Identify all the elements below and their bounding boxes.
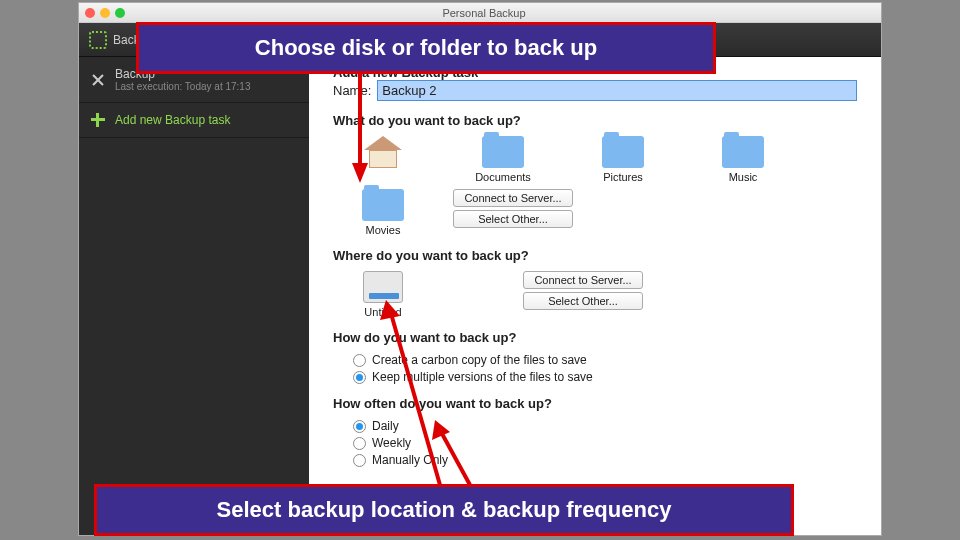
source-documents[interactable]: Documents (473, 136, 533, 183)
folder-icon (482, 136, 524, 168)
source-pictures[interactable]: Pictures (593, 136, 653, 183)
folder-icon (722, 136, 764, 168)
annotation-arrow-3 (430, 420, 490, 490)
annotation-callout-1: Choose disk or folder to back up (136, 22, 716, 74)
svg-line-4 (440, 430, 470, 485)
annotation-arrow-1 (340, 68, 380, 188)
select-other-button[interactable]: Select Other... (453, 210, 573, 228)
connect-server-button[interactable]: Connect to Server... (453, 189, 573, 207)
radio-icon (353, 354, 366, 367)
source-music[interactable]: Music (713, 136, 773, 183)
select-other-button[interactable]: Select Other... (523, 292, 643, 310)
svg-marker-3 (380, 300, 400, 320)
close-task-icon[interactable] (91, 73, 105, 87)
app-logo-icon (89, 31, 107, 49)
task-name-input[interactable] (377, 80, 857, 101)
folder-icon (602, 136, 644, 168)
sidebar-add-task[interactable]: Add new Backup task (79, 103, 309, 138)
sidebar-backup-subtitle: Last execution: Today at 17:13 (115, 81, 250, 92)
sidebar: Backup Last execution: Today at 17:13 Ad… (79, 57, 309, 535)
plus-icon (91, 113, 105, 127)
where-header: Where do you want to back up? (333, 248, 857, 263)
annotation-callout-2: Select backup location & backup frequenc… (94, 484, 794, 536)
folder-icon (362, 189, 404, 221)
source-movies[interactable]: Movies (353, 189, 413, 236)
radio-icon (353, 437, 366, 450)
connect-server-button[interactable]: Connect to Server... (523, 271, 643, 289)
sidebar-add-label: Add new Backup task (115, 113, 230, 127)
svg-marker-1 (352, 163, 368, 183)
drive-icon (363, 271, 403, 303)
radio-icon (353, 420, 366, 433)
window-title: Personal Backup (93, 7, 875, 19)
what-header: What do you want to back up? (333, 113, 857, 128)
titlebar: Personal Backup (79, 3, 881, 23)
radio-icon (353, 371, 366, 384)
svg-marker-5 (432, 420, 450, 440)
radio-icon (353, 454, 366, 467)
